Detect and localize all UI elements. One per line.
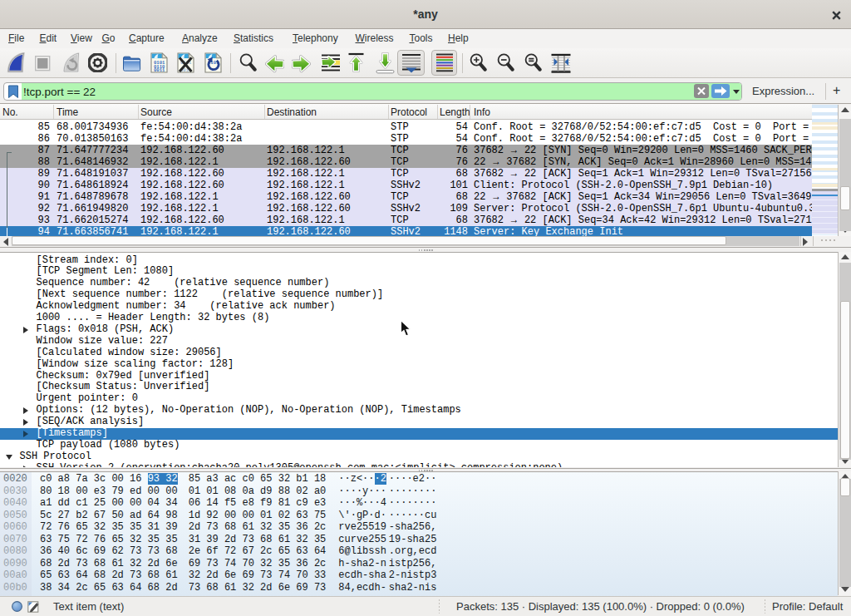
svg-text:0011: 0011 (154, 67, 165, 73)
